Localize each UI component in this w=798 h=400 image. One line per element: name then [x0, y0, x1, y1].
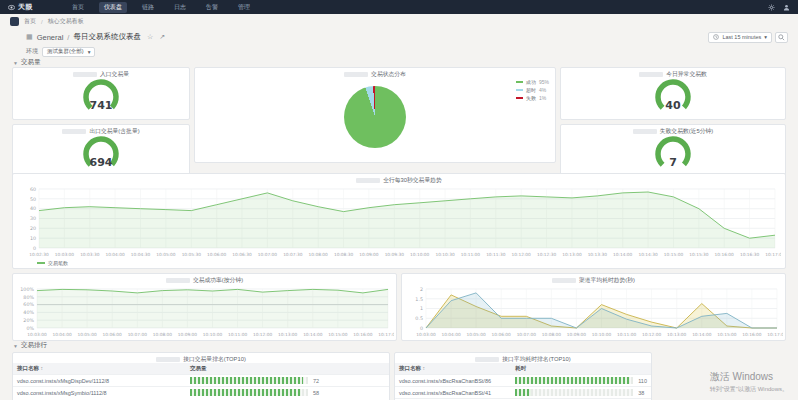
pie-legend: 成功95%超时4%失败1% — [516, 79, 549, 101]
svg-text:10:07:00: 10:07:00 — [258, 252, 278, 257]
nav-item[interactable]: 仪表盘 — [99, 2, 127, 13]
panel-title-badge — [639, 72, 663, 77]
svg-text:10:16:00: 10:16:00 — [742, 332, 762, 337]
svg-text:10:07:00: 10:07:00 — [517, 332, 537, 337]
trend-legend-item[interactable]: 交易笔数 — [37, 260, 68, 266]
svg-text:10:05:00: 10:05:00 — [77, 332, 97, 337]
time-range-picker[interactable]: Last 15 minutes ▾ — [708, 32, 772, 43]
dashboard-screen: 天眼 首页仪表盘链路日志告警管理 首页 / 核心交易看板 ▦ General /… — [0, 0, 798, 400]
section-header-ranking[interactable]: ▼ 交易排行 — [0, 341, 798, 350]
pie-legend-item[interactable]: 失败1% — [516, 95, 549, 101]
interface-name: vdso.const.insts/xMsgSymbio/1112/8 — [13, 387, 186, 399]
panel-title-badge — [62, 129, 86, 134]
svg-text:10:10:00: 10:10:00 — [410, 252, 430, 257]
svg-text:40%: 40% — [23, 310, 34, 315]
brand-name: 天眼 — [18, 2, 33, 12]
gauge-chart: 741 — [69, 77, 133, 119]
gauge-panel-abnormal: 今日异常交易数 40 — [560, 67, 786, 120]
pie-legend-item[interactable]: 成功95% — [516, 79, 549, 85]
svg-text:10:13:00: 10:13:00 — [278, 332, 298, 337]
panel-title[interactable]: 交易成功率(按分钟) — [13, 276, 396, 285]
breadcrumb-home[interactable]: 首页 — [24, 17, 36, 26]
column-header-name[interactable]: 接口名称 ↕ — [395, 363, 511, 375]
svg-text:20: 20 — [30, 226, 36, 231]
column-header-value[interactable]: 耗时 — [511, 363, 651, 375]
panel-title[interactable]: 交易状态分布 — [195, 70, 555, 79]
svg-text:10:12:00: 10:12:00 — [253, 332, 273, 337]
gauge-panel-inbound: 入口交易量 741 — [12, 67, 190, 120]
panel-title[interactable]: 出口交易量(含批量) — [13, 127, 189, 136]
panel-title[interactable]: 接口交易量排名(TOP10) — [13, 355, 389, 364]
svg-text:10:06:30: 10:06:30 — [232, 252, 252, 257]
svg-text:10:13:30: 10:13:30 — [588, 252, 608, 257]
success-rate-panel: 交易成功率(按分钟) 100%80%60%40%20%0%10:03:0010:… — [12, 273, 397, 341]
gauge-chart: 7 — [641, 134, 705, 176]
svg-text:10:03:00: 10:03:00 — [27, 332, 47, 337]
svg-text:10:10:00: 10:10:00 — [592, 332, 612, 337]
panel-title[interactable]: 接口平均耗时排名(TOP10) — [395, 355, 651, 364]
nav-item[interactable]: 管理 — [233, 2, 255, 13]
windows-activation-watermark: 激活 Windows 转到"设置"以激活 Windows。 — [710, 370, 788, 394]
panel-title-badge — [344, 72, 368, 77]
user-icon[interactable] — [783, 4, 790, 11]
share-icon[interactable]: ↗ — [159, 33, 165, 41]
settings-icon[interactable] — [768, 4, 775, 11]
svg-text:10:14:00: 10:14:00 — [303, 332, 323, 337]
section-header-volume[interactable]: ▼ 交易量 — [0, 58, 798, 67]
eye-logo-icon — [8, 4, 15, 11]
trend-chart: 605040302010010:02:3010:03:0010:03:3010:… — [17, 185, 781, 258]
svg-text:10:16:00: 10:16:00 — [715, 252, 735, 257]
nav-item[interactable]: 日志 — [169, 2, 191, 13]
svg-text:50: 50 — [30, 197, 36, 202]
svg-text:10:07:30: 10:07:30 — [283, 252, 303, 257]
variable-dropdown[interactable]: 测试集群(全部) ▾ — [42, 47, 95, 57]
folder-name[interactable]: General — [37, 33, 64, 42]
column-header-value[interactable]: 交易量 — [186, 363, 389, 375]
gauges-row: 入口交易量 741 出口交易量(含批量) 694 — [12, 67, 786, 163]
table-row: vdso.const.insts/xBscRsaChanBSt/4138 — [395, 387, 651, 399]
svg-text:10:11:30: 10:11:30 — [486, 252, 506, 257]
svg-text:20%: 20% — [23, 318, 34, 323]
app-square-icon[interactable] — [10, 17, 19, 26]
ranking-table: 接口名称 ↕ 交易量 vdso.const.insts/xMsgDispDev/… — [13, 363, 389, 398]
svg-text:10:17:00: 10:17:00 — [378, 332, 394, 337]
bar-gauge: 38 — [515, 389, 647, 396]
svg-text:10:05:00: 10:05:00 — [156, 252, 176, 257]
column-header-name[interactable]: 接口名称 ↕ — [13, 363, 186, 375]
pie-panel-status: 交易状态分布 成功95%超时4%失败1% — [194, 67, 556, 163]
sort-icon: ↕ — [41, 365, 44, 371]
panel-title[interactable]: 入口交易量 — [13, 70, 189, 79]
bar-value: 58 — [313, 390, 319, 396]
chevron-down-icon: ▾ — [88, 49, 91, 55]
nav-item[interactable]: 首页 — [67, 2, 89, 13]
panel-title-badge — [73, 72, 97, 77]
panel-title[interactable]: 渠道平均耗时趋势(秒) — [402, 276, 785, 285]
breadcrumb-current[interactable]: 核心交易看板 — [48, 17, 84, 26]
nav-item[interactable]: 告警 — [201, 2, 223, 13]
zoom-out-button[interactable] — [775, 32, 788, 43]
svg-text:10:13:00: 10:13:00 — [562, 252, 582, 257]
panel-title-badge — [475, 357, 499, 362]
title-separator: / — [67, 33, 69, 42]
dashboard-header: ▦ General / 每日交易系统仪表盘 ☆ ↗ Last 15 minute… — [0, 29, 798, 45]
svg-text:10:11:00: 10:11:00 — [228, 332, 248, 337]
svg-text:10:06:00: 10:06:00 — [103, 332, 123, 337]
brand[interactable]: 天眼 — [8, 2, 33, 12]
section-caret-icon: ▼ — [13, 60, 18, 66]
panel-title[interactable]: 今日异常交易数 — [561, 70, 785, 79]
panel-title[interactable]: 全行每30秒交易量趋势 — [13, 176, 785, 185]
svg-text:2: 2 — [420, 287, 423, 292]
svg-text:10:03:00: 10:03:00 — [416, 332, 436, 337]
svg-text:10:04:00: 10:04:00 — [441, 332, 461, 337]
dashboard-grid-icon: ▦ — [26, 33, 33, 41]
panel-title[interactable]: 失败交易数(近5分钟) — [561, 127, 785, 136]
pie-legend-item[interactable]: 超时4% — [516, 87, 549, 93]
star-icon[interactable]: ☆ — [147, 33, 153, 41]
nav-menu: 首页仪表盘链路日志告警管理 — [67, 2, 255, 13]
nav-item[interactable]: 链路 — [137, 2, 159, 13]
legend-swatch — [516, 89, 523, 91]
panel-title-badge — [356, 178, 380, 183]
svg-text:10:09:00: 10:09:00 — [359, 252, 379, 257]
panel-title-badge — [552, 278, 576, 283]
table-row: vdso.const.insts/xBscRsaChanBSt/86110 — [395, 375, 651, 387]
